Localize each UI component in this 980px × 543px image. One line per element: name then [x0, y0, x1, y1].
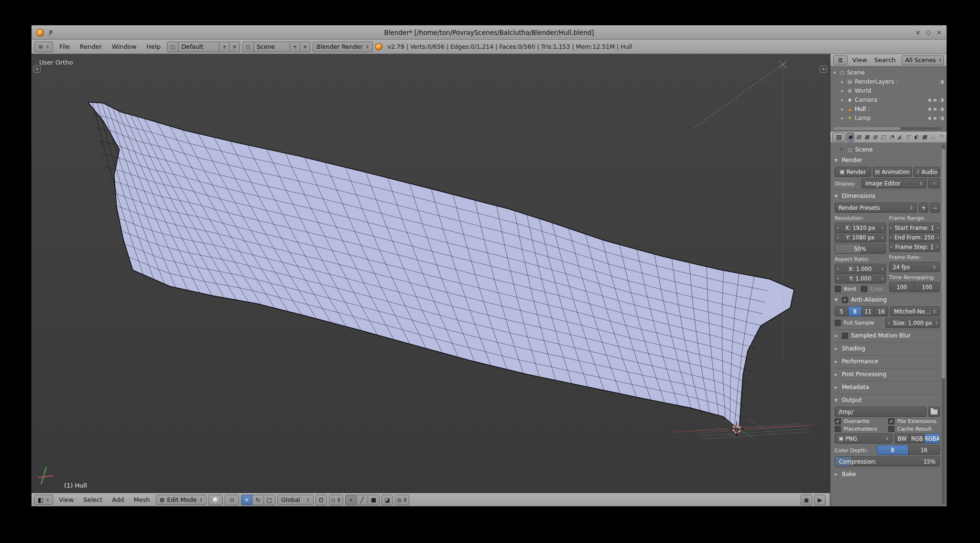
tab-scene[interactable]: ▦ — [863, 132, 871, 142]
aa-filter-dropdown[interactable]: Mitchell-Netrav... ⇕ — [890, 306, 940, 316]
aspect-x-field[interactable]: ◂X: 1.000▸ — [835, 264, 886, 274]
pin-icon[interactable] — [839, 147, 845, 152]
outliner-menu-search[interactable]: Search — [872, 56, 898, 64]
resolution-percentage-slider[interactable]: 50% — [835, 244, 886, 254]
render-panel-header[interactable]: ▼ Render — [835, 155, 940, 165]
render-presets-dropdown[interactable]: Render Presets ⇕ — [835, 203, 917, 213]
tab-physics[interactable]: ◠ — [937, 132, 945, 142]
outliner-item-camera[interactable]: ▸ ◆ Camera ◉ ▶ ◨ — [832, 95, 946, 104]
output-panel-header[interactable]: ▼ Output — [835, 395, 940, 405]
menu-view[interactable]: View — [55, 496, 77, 503]
outliner-item-renderlayers[interactable]: ▸ ▤ RenderLayers | ◨ — [832, 77, 946, 86]
overwrite-checkbox[interactable]: ✓ Overwrite — [835, 418, 886, 424]
tab-render-layers[interactable]: ▤ — [855, 132, 862, 142]
color-mode-bw-button[interactable]: BW — [894, 434, 910, 444]
menu-file[interactable]: File — [55, 43, 74, 50]
view3d-editor-type-button[interactable]: ◧ ⇕ — [34, 495, 53, 505]
dimensions-panel-header[interactable]: ▼ Dimensions — [835, 191, 940, 201]
tab-material[interactable]: ◐ — [913, 132, 920, 142]
remove-preset-button[interactable]: − — [930, 203, 940, 213]
window-shade-button[interactable]: ∨ — [916, 29, 921, 36]
file-browse-button[interactable] — [928, 407, 940, 417]
info-editor-type-button[interactable]: ≡ ⇕ — [34, 42, 53, 52]
mode-selector[interactable]: ▦ Edit Mode ⇕ — [156, 495, 207, 505]
opengl-render-image-button[interactable]: ▣ — [801, 495, 812, 505]
render-button[interactable]: ▣ Render — [835, 167, 871, 177]
outliner-item-hull[interactable]: ▸ ▲ Hull | ◉ ▶ ◨ — [832, 104, 946, 113]
manipulator-rotate-toggle[interactable]: ↻ — [252, 495, 264, 505]
file-extensions-checkbox[interactable]: ✓ File Extensions — [888, 418, 940, 424]
performance-panel-header[interactable]: ► Performance — [835, 356, 940, 367]
renderability-icon[interactable]: ◨ — [939, 116, 944, 120]
output-path-field[interactable]: /tmp/ — [835, 407, 926, 417]
expander-icon[interactable]: ▸ — [840, 107, 845, 111]
metadata-panel-header[interactable]: ► Metadata — [835, 382, 940, 392]
properties-scrollbar[interactable] — [942, 145, 945, 504]
aa-size-field[interactable]: ◂Size: 1.000 px▸ — [885, 318, 940, 328]
shading-panel-header[interactable]: ► Shading — [835, 343, 940, 354]
delete-scene-button[interactable]: × — [300, 42, 310, 52]
pivot-center-selector[interactable]: ⊙ — [225, 495, 239, 505]
tab-constraints[interactable]: ◔ — [888, 132, 895, 142]
render-animation-button[interactable]: ▤ Animation — [873, 167, 912, 177]
display-mode-dropdown[interactable]: Image Editor ⇕ — [861, 178, 926, 188]
color-mode-rgb-button[interactable]: RGB — [909, 434, 925, 444]
transform-orientation-selector[interactable]: Global ⇕ — [277, 495, 314, 505]
outliner-scope-selector[interactable]: All Scenes ⇕ — [902, 55, 944, 65]
expander-icon[interactable]: ▸ — [840, 79, 845, 84]
color-mode-rgba-button[interactable]: RGBA — [925, 434, 940, 444]
limit-selection-to-visible-button[interactable]: ◪ — [381, 495, 393, 505]
scene-name[interactable]: Scene — [254, 42, 290, 52]
browse-scenes-button[interactable]: ◫ — [242, 42, 254, 52]
crop-checkbox[interactable]: Crop — [861, 286, 885, 292]
file-format-dropdown[interactable]: ▣PNG ⇕ — [835, 434, 893, 444]
face-select-button[interactable]: ■ — [368, 495, 380, 505]
sampled-motion-blur-checkbox[interactable] — [842, 333, 848, 339]
toolshelf-expand-button[interactable]: + — [33, 65, 41, 73]
compression-slider[interactable]: Compression: 15% — [835, 456, 940, 467]
render-audio-button[interactable]: ♪ Audio — [914, 167, 940, 177]
opengl-render-anim-button[interactable]: ▶ — [814, 495, 826, 505]
menu-select[interactable]: Select — [79, 496, 106, 503]
selectability-arrow-icon[interactable]: ▶ — [934, 116, 937, 120]
anti-aliasing-checkbox[interactable]: ✓ — [842, 297, 848, 303]
pin-icon[interactable] — [48, 29, 54, 36]
full-sample-checkbox[interactable]: Full Sample — [835, 320, 883, 326]
properties-region-expand-button[interactable]: + — [820, 65, 827, 73]
remap-new-field[interactable]: 100 — [914, 282, 940, 292]
edge-select-button[interactable]: ╱ — [357, 495, 368, 505]
tab-texture[interactable]: ▩ — [921, 132, 928, 142]
menu-render[interactable]: Render — [76, 43, 106, 50]
browse-layouts-button[interactable]: ◫ — [167, 42, 178, 52]
viewport-shading-selector[interactable] — [208, 495, 223, 505]
outliner-item-scene[interactable]: ▾ ○ Scene — [832, 68, 946, 77]
end-frame-field[interactable]: ◂End Fram: 250▸ — [889, 232, 940, 242]
window-maximize-button[interactable]: ◇ — [926, 29, 931, 36]
add-preset-button[interactable]: + — [919, 203, 928, 213]
proportional-edit-selector[interactable]: ◎ ⇕ — [395, 495, 409, 505]
visibility-eye-icon[interactable]: ◉ — [928, 116, 932, 120]
aa-samples-8-button[interactable]: 8 — [848, 306, 862, 316]
expander-icon[interactable]: ▸ — [840, 88, 845, 93]
tab-object[interactable]: □ — [880, 132, 887, 142]
menu-window[interactable]: Window — [108, 43, 140, 50]
resolution-y-field[interactable]: ◂Y: 1080 px▸ — [835, 232, 886, 242]
breadcrumb-scene[interactable]: Scene — [855, 146, 873, 153]
aa-samples-11-button[interactable]: 11 — [861, 306, 875, 316]
border-checkbox[interactable]: Bord — [835, 286, 859, 292]
remap-old-field[interactable]: 100 — [889, 282, 915, 292]
window-titlebar[interactable]: Blender* [/home/ton/PovrayScenes/Balclut… — [32, 25, 947, 40]
outliner-horizontal-scrollbar[interactable] — [833, 127, 942, 130]
tab-render[interactable]: ◉ — [847, 132, 854, 142]
screen-layout-name[interactable]: Default — [178, 42, 219, 52]
tab-data[interactable]: ▽ — [904, 132, 912, 142]
sampled-motion-blur-header[interactable]: ► Sampled Motion Blur — [835, 330, 940, 341]
visibility-eye-icon[interactable]: ◉ — [928, 98, 932, 102]
tab-world[interactable]: ◍ — [871, 132, 879, 142]
add-layout-button[interactable]: + — [219, 42, 229, 52]
aspect-y-field[interactable]: ◂Y: 1.000▸ — [835, 273, 886, 283]
bake-panel-header[interactable]: ► Bake — [835, 469, 940, 479]
snap-element-selector[interactable]: ◇ ⇕ — [329, 495, 343, 505]
renderability-icon[interactable]: ◨ — [939, 79, 944, 84]
resolution-x-field[interactable]: ◂X: 1920 px▸ — [835, 223, 886, 233]
